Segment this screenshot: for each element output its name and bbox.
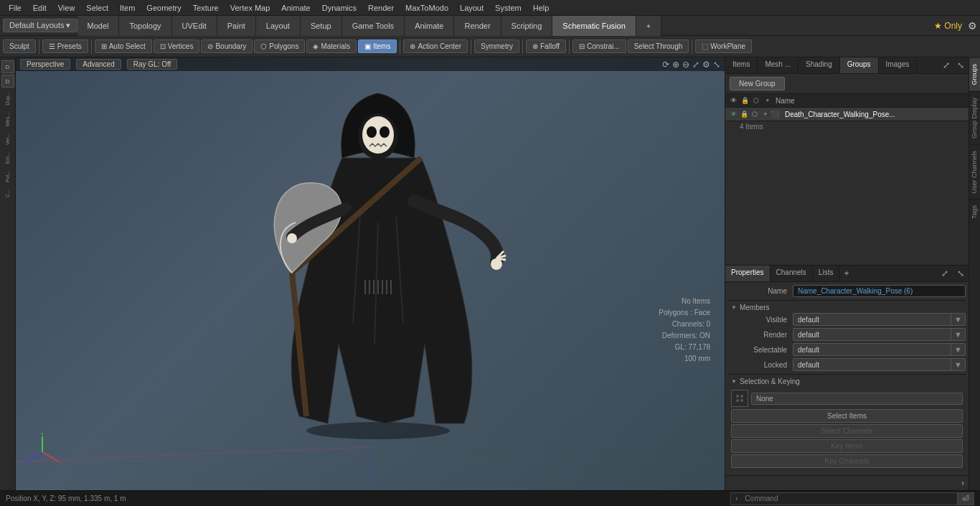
rpanel-tab-images[interactable]: Images [879, 57, 918, 73]
group-row-main[interactable]: 👁 🔒 ⬡ + ⬛ Death_Character_Walking_Pose..… [725, 108, 969, 121]
menu-texture[interactable]: Texture [187, 2, 225, 14]
rpanel-tab-items[interactable]: Items [725, 57, 758, 73]
ptab-collapse-icon[interactable]: ⤡ [953, 267, 969, 280]
menu-help[interactable]: Help [527, 2, 555, 14]
svg-point-4 [380, 126, 390, 138]
left-tool-1[interactable]: D [1, 60, 14, 73]
key-items-btn[interactable]: Key Items [731, 439, 963, 453]
tab-model[interactable]: Model [77, 16, 120, 36]
svg-text:Y: Y [40, 433, 44, 437]
vert-tab-group-display[interactable]: Group Display [969, 91, 980, 144]
rotate-icon[interactable]: ⟳ [662, 60, 669, 70]
selectable-dropdown-btn[interactable]: ▼ [951, 344, 965, 355]
eye-col-icon[interactable]: 👁 [728, 95, 738, 106]
symmetry-btn[interactable]: Symmetry [474, 39, 519, 53]
eye-icon[interactable]: 👁 [728, 109, 738, 119]
tab-setup[interactable]: Setup [301, 16, 342, 36]
zoom-out-icon[interactable]: ⊖ [682, 60, 689, 70]
tab-plus[interactable]: + [636, 16, 661, 36]
ptab-expand-icon[interactable]: ⤢ [937, 267, 953, 280]
viewport[interactable]: Perspective Advanced Ray GL: Off ⟳ ⊕ ⊖ ⤢… [16, 57, 725, 490]
tab-uvedit[interactable]: UVEdit [172, 16, 217, 36]
sculpt-btn[interactable]: Sculpt [3, 39, 36, 53]
lock-row-icon[interactable]: 🔒 [739, 109, 749, 119]
zoom-in-icon[interactable]: ⊕ [672, 60, 679, 70]
vertices-btn[interactable]: ⊡ Vertices [154, 39, 200, 53]
menu-vertex-map[interactable]: Vertex Map [225, 2, 276, 14]
select-items-btn[interactable]: Select Items [731, 409, 963, 423]
render-row-icon[interactable]: ⬡ [750, 109, 760, 119]
menu-dynamics[interactable]: Dynamics [316, 2, 362, 14]
render-col-icon[interactable]: ⬡ [751, 95, 761, 106]
star-only[interactable]: ★ Only [934, 21, 962, 31]
visible-dropdown-btn[interactable]: ▼ [951, 314, 965, 325]
ptab-properties[interactable]: Properties [725, 266, 771, 281]
add-row-icon[interactable]: + [760, 109, 771, 119]
locked-dropdown-btn[interactable]: ▼ [951, 359, 965, 370]
tab-schematic-fusion[interactable]: Schematic Fusion [552, 16, 636, 36]
auto-select-btn[interactable]: ⊞ Auto Select [95, 39, 152, 53]
gear-icon[interactable]: ⚙ [968, 20, 977, 32]
menu-system[interactable]: System [489, 2, 527, 14]
prop-name-input[interactable] [793, 285, 966, 297]
rpanel-tab-mesh[interactable]: Mesh ... [758, 57, 798, 73]
tab-render[interactable]: Render [454, 16, 501, 36]
menu-layout[interactable]: Layout [454, 2, 489, 14]
viewport-canvas[interactable]: X Z Y No Items Polygons : Face Channels:… [16, 57, 725, 490]
select-through-btn[interactable]: Select Through [628, 39, 689, 53]
tab-animate[interactable]: Animate [405, 16, 454, 36]
panel-next-icon[interactable]: › [961, 478, 964, 488]
workplane-btn[interactable]: ⬚ WorkPlane [695, 39, 752, 53]
lock-col-icon[interactable]: 🔒 [740, 95, 750, 106]
constrai-btn[interactable]: ⊟ Constrai... [573, 39, 626, 53]
menu-render[interactable]: Render [362, 2, 400, 14]
action-center-btn[interactable]: ⊕ Action Center [403, 39, 468, 53]
menu-animate[interactable]: Animate [275, 2, 316, 14]
ptab-channels[interactable]: Channels [771, 266, 813, 281]
new-group-button[interactable]: New Group [730, 77, 785, 90]
tab-layout[interactable]: Layout [256, 16, 301, 36]
tab-topology[interactable]: Topology [119, 16, 171, 36]
left-tool-2[interactable]: D [1, 75, 14, 88]
items-btn[interactable]: ▣ Items [358, 39, 397, 53]
tab-game-tools[interactable]: Game Tools [342, 16, 405, 36]
add-col-icon[interactable]: + [763, 95, 773, 106]
menu-file[interactable]: File [3, 2, 27, 14]
presets-btn[interactable]: ☰ Presets [42, 39, 88, 53]
ptab-add[interactable]: + [839, 266, 853, 281]
settings-icon[interactable]: ⚙ [702, 60, 710, 70]
layout-dropdown[interactable]: Default Layouts ▾ [3, 19, 77, 32]
vert-tab-tags[interactable]: Tags [969, 199, 980, 225]
menu-edit[interactable]: Edit [27, 2, 52, 14]
expand-rpanel-icon[interactable]: ⤢ [940, 59, 953, 72]
materials-btn[interactable]: ◈ Materials [306, 39, 357, 53]
expand-icon[interactable]: ⤡ [713, 60, 720, 70]
falloff-btn[interactable]: ⊗ Falloff [526, 39, 566, 53]
menu-select[interactable]: Select [80, 2, 114, 14]
menu-item[interactable]: Item [114, 2, 141, 14]
menu-maxtomodo[interactable]: MaxToModo [400, 2, 454, 14]
render-dropdown-btn[interactable]: ▼ [951, 329, 965, 340]
tab-scripting[interactable]: Scripting [501, 16, 553, 36]
menu-geometry[interactable]: Geometry [141, 2, 187, 14]
boundary-btn[interactable]: ⊘ Boundary [201, 39, 253, 53]
vert-tab-groups[interactable]: Groups [969, 57, 980, 91]
perspective-btn[interactable]: Perspective [20, 59, 70, 70]
menu-view[interactable]: View [52, 2, 81, 14]
key-channels-btn[interactable]: Key Channels [731, 454, 963, 468]
collapse-rpanel-icon[interactable]: ⤡ [954, 59, 967, 72]
sel-keying-arrow[interactable]: ▼ [731, 378, 737, 385]
ptab-lists[interactable]: Lists [813, 266, 840, 281]
command-input[interactable] [742, 495, 957, 502]
rpanel-tab-shading[interactable]: Shading [798, 57, 840, 73]
select-channels-btn[interactable]: Select Channels [731, 424, 963, 438]
fit-icon[interactable]: ⤢ [692, 60, 699, 70]
vert-tab-user-channels[interactable]: User Channels [969, 144, 980, 200]
rpanel-tab-groups[interactable]: Groups [840, 57, 879, 73]
polygons-btn[interactable]: ⬡ Polygons [254, 39, 305, 53]
ray-gl-btn[interactable]: Ray GL: Off [127, 59, 178, 70]
command-exec-btn[interactable]: ⏎ [957, 493, 974, 505]
tab-paint[interactable]: Paint [217, 16, 256, 36]
members-arrow[interactable]: ▼ [731, 304, 737, 311]
advanced-btn[interactable]: Advanced [76, 59, 121, 70]
